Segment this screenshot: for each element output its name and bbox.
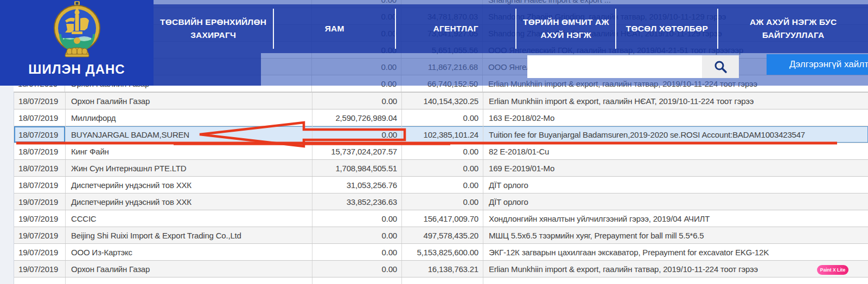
table-row[interactable]: 19/07/2019CCCIC0.00156,417,009.70Хондлон… [14,210,868,227]
row-ministry-amount: 0.00 [312,244,402,260]
row-description: Tuition fee for Buyanjargal Badamsuren,2… [483,126,868,143]
row-date: 19/07/2019 [14,244,66,260]
table-row-selected[interactable]: 18/07/2019BUYANJARGAL BADAM,SUREN0.00102… [14,126,868,143]
row-description: ЭКГ-12К загварын цахилгаан экскаватор, P… [483,244,868,260]
column-header-ministry: ЯАМ [273,9,395,49]
table-row[interactable]: 19/07/2019Орхон Гаалийн Газар0.0016,138,… [14,261,868,277]
table-row[interactable]: 19/07/2019Диспетчерийн ундэсний тов ХХК3… [14,193,868,210]
table-row[interactable]: 18/07/2019Орхон Гаалийн Газар0.00140,154… [14,93,868,109]
site-logo-block: ШИЛЭН ДАНС [0,0,154,86]
row-organization: CCCIC [66,210,312,227]
header-band-top [154,0,868,4]
header-band-left-extension [154,53,261,86]
column-header-state-owned-entity: ТӨРИЙН ӨМЧИТ АЖ АХУЙ НЭГЖ [515,9,615,49]
row-organization: BUYANJARGAL BADAM,SUREN [66,126,312,143]
row-organization [66,277,312,284]
row-date: 19/07/2019 [14,193,66,210]
row-agency-amount: 0.00 [402,177,483,193]
row-ministry-amount: 0.00 [312,93,402,109]
row-organization: Beijing Shi Ruixi Import & Export Tradin… [66,227,312,243]
row-ministry-amount: 0.00 [312,210,402,227]
column-header-budget-governor: ТӨСВИЙН ЕРӨНХИЙЛӨН ЗАХИРАГЧ [154,9,273,49]
search-input[interactable] [527,55,702,78]
table-row[interactable]: 19/07/2019Beijing Shi Ruixi Import & Exp… [14,227,868,244]
row-description: Хондлонгийн хяналтын уйлчилгээний гэрээ,… [483,210,868,227]
row-ministry-amount: 1,708,984,505.51 [312,160,402,176]
column-header-agency: АГЕНТЛАГ [395,9,515,49]
row-ministry-amount [312,277,402,284]
row-description: МШЦ 5.5х6.5 тээрмийн хуяг, Prepayment fo… [483,227,868,243]
row-agency-amount: 0.00 [402,193,483,210]
search-icon [713,60,727,74]
row-agency-amount: 140,154,320.25 [402,93,483,109]
row-ministry-amount: 0.00 [312,126,402,143]
row-date [14,277,66,284]
row-organization: Диспетчерийн ундэсний тов ХХК [66,177,312,193]
advanced-search-button[interactable]: Дэлгэрэнгүй хайлт [767,54,868,75]
row-description: 169 E-2019/01-Mo [483,160,868,176]
row-agency-amount: 0.00 [402,143,483,159]
table-row[interactable]: 18/07/2019Жин Сун Интернэшнл PTE.LTD1,70… [14,160,868,177]
row-agency-amount: 5,153,825,600.00 [402,244,483,260]
row-description: Erlian Munkhiin import & export, гаалийн… [483,93,868,109]
row-date: 19/07/2019 [14,227,66,243]
column-header-project-program: ТӨСӨЛ ХӨТӨЛБӨР [615,9,717,49]
table-row[interactable]: 18/07/2019Кинг Файн15,737,024,207.570.00… [14,143,868,160]
table-row[interactable]: 19/07/2019ООО Из-Картэкс0.005,153,825,60… [14,244,868,261]
row-description: 163 E-2018/02-Mo [483,109,868,126]
row-ministry-amount: 33,852,236.63 [312,193,402,210]
row-date: 18/07/2019 [14,109,66,126]
row-description: ДЇТ орлого [483,177,868,193]
row-ministry-amount: 15,737,024,207.57 [312,143,402,159]
row-ministry-amount: 31,053,256.76 [312,177,402,193]
mongolia-emblem-icon [51,0,103,59]
row-description [483,277,868,284]
row-agency-amount: 16,138,763.21 [402,261,483,277]
row-organization: Диспетчерийн ундэсний тов ХХК [66,193,312,210]
row-ministry-amount: 2,590,726,989.04 [312,109,402,126]
search-group [527,55,739,78]
row-organization: Орхон Гаалийн Газар [66,261,312,277]
row-organization: Кинг Файн [66,143,312,159]
site-title: ШИЛЭН ДАНС [28,62,125,77]
shilen-dans-page: 0.00Shanghai Haitec import & export ...0… [0,0,868,284]
transactions-table: 18/07/2019Орхон Гаалийн Газар0.00140,154… [14,92,868,284]
paint-x-lite-watermark: Paint X Lite [817,265,848,275]
row-agency-amount: 497,578,435.20 [402,227,483,243]
row-date: 18/07/2019 [14,143,66,159]
row-description: 82 E-2018/01-Cu [483,143,868,159]
row-agency-amount: 156,417,009.70 [402,210,483,227]
table-row [14,277,868,284]
row-ministry-amount: 0.00 [312,261,402,277]
row-organization: Жин Сун Интернэшнл PTE.LTD [66,160,312,176]
row-description: Erlian Munkhiin import & export, гаалийн… [483,261,868,277]
row-date: 19/07/2019 [14,210,66,227]
row-description: ДЇТ орлого [483,193,868,210]
table-header: ТӨСВИЙН ЕРӨНХИЙЛӨН ЗАХИРАГЧ ЯАМ АГЕНТЛАГ… [154,4,868,53]
row-organization: ООО Из-Картэкс [66,244,312,260]
row-ministry-amount: 0.00 [312,227,402,243]
row-organization: Миллифорд [66,109,312,126]
row-agency-amount [402,277,483,284]
row-agency-amount: 102,385,101.24 [402,126,483,143]
row-date: 18/07/2019 [14,160,66,176]
table-row[interactable]: 18/07/2019Диспетчерийн ундэсний тов ХХК3… [14,177,868,193]
table-row[interactable]: 18/07/2019Миллифорд2,590,726,989.040.001… [14,109,868,126]
column-header-non-business-org: АЖ АХУЙ НЭГЖ БУС БАЙГУУЛЛАГА [717,9,868,49]
search-button[interactable] [702,55,739,78]
row-organization: Орхон Гаалийн Газар [66,93,312,109]
row-date: 18/07/2019 [14,126,66,143]
row-date: 19/07/2019 [14,261,66,277]
row-date: 18/07/2019 [14,177,66,193]
row-date: 18/07/2019 [14,93,66,109]
row-agency-amount: 0.00 [402,109,483,126]
row-agency-amount: 0.00 [402,160,483,176]
